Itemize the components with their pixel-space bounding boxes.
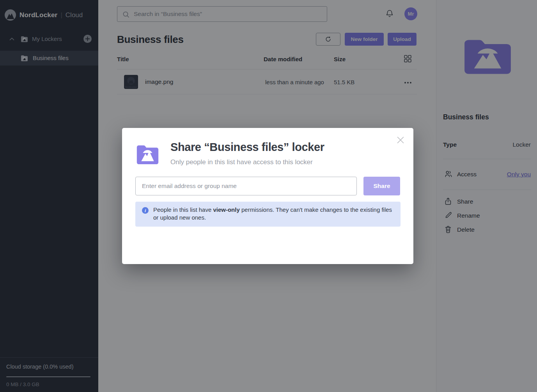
- app-window: NordLocker | Cloud My Lockers Business f…: [0, 0, 537, 392]
- info-text-bold: view-only: [213, 206, 239, 213]
- locker-folder-icon: [136, 143, 160, 165]
- permissions-info-text: People in this list have view-only permi…: [153, 206, 393, 222]
- info-icon: i: [142, 207, 149, 214]
- email-input[interactable]: [135, 177, 357, 195]
- share-locker-dialog: Share “Business files” locker Only peopl…: [122, 128, 413, 264]
- info-text-pre: People in this list have: [153, 206, 213, 213]
- permissions-info-box: i People in this list have view-only per…: [135, 202, 401, 227]
- dialog-title: Share “Business files” locker: [170, 141, 324, 154]
- share-button[interactable]: Share: [363, 177, 400, 195]
- close-icon: [397, 136, 404, 144]
- close-dialog-button[interactable]: [396, 136, 405, 145]
- dialog-subtitle: Only people in this list have access to …: [170, 158, 313, 166]
